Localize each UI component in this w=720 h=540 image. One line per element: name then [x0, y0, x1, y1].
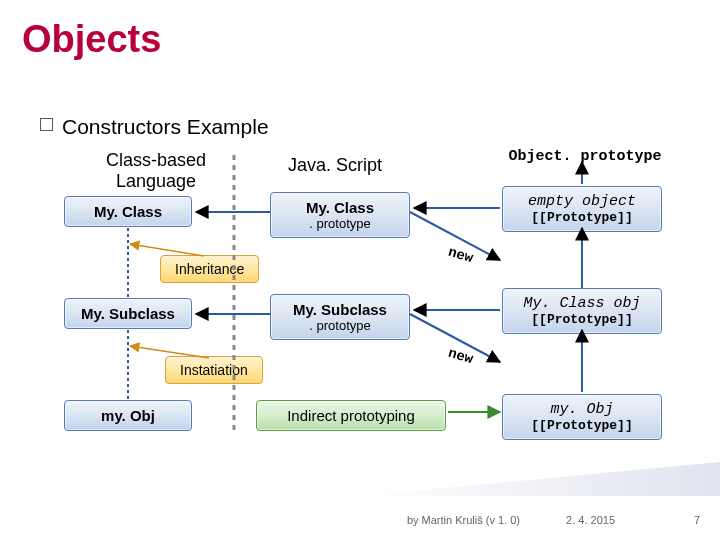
- footer-page: 7: [694, 514, 700, 526]
- box-myobj: my. Obj: [64, 400, 192, 431]
- footer-date: 2. 4. 2015: [566, 514, 615, 526]
- box-myobj-label: my. Obj: [69, 407, 187, 424]
- decorative-wedge: [360, 462, 720, 496]
- box-myclass-obj-l1: My. Class obj: [507, 295, 657, 312]
- box-empty-object-l2: [[Prototype]]: [507, 210, 657, 225]
- box-mysubclass-prototype-l2: . prototype: [275, 318, 405, 333]
- box-myobj-instance-l2: [[Prototype]]: [507, 418, 657, 433]
- box-myclass-label: My. Class: [69, 203, 187, 220]
- box-myclass-prototype-l1: My. Class: [275, 199, 405, 216]
- box-myobj-instance: my. Obj [[Prototype]]: [502, 394, 662, 440]
- box-mysubclass-prototype: My. Subclass . prototype: [270, 294, 410, 340]
- footer-author: by Martin Kruliš (v 1. 0): [407, 514, 520, 526]
- column-heading-class-based: Class-based Language: [86, 150, 226, 192]
- tag-inheritance: Inheritance: [160, 255, 259, 283]
- box-myobj-instance-l1: my. Obj: [507, 401, 657, 418]
- diagram-connectors: [0, 0, 720, 540]
- bullet-icon: [40, 118, 53, 131]
- box-myclass-obj: My. Class obj [[Prototype]]: [502, 288, 662, 334]
- box-empty-object: empty object [[Prototype]]: [502, 186, 662, 232]
- slide-subtitle: Constructors Example: [62, 115, 269, 139]
- box-empty-object-l1: empty object: [507, 193, 657, 210]
- box-mysubclass-label: My. Subclass: [69, 305, 187, 322]
- box-myclass-prototype-l2: . prototype: [275, 216, 405, 231]
- tag-instantiation: Instatiation: [165, 356, 263, 384]
- label-new-1: new: [446, 244, 475, 266]
- box-myclass-prototype: My. Class . prototype: [270, 192, 410, 238]
- box-mysubclass: My. Subclass: [64, 298, 192, 329]
- box-indirect-prototyping: Indirect prototyping: [256, 400, 446, 431]
- slide-title: Objects: [22, 18, 161, 61]
- column-heading-object-prototype: Object. prototype: [490, 148, 680, 165]
- label-new-2: new: [446, 345, 475, 367]
- column-heading-javascript: Java. Script: [265, 155, 405, 176]
- box-myclass-obj-l2: [[Prototype]]: [507, 312, 657, 327]
- box-mysubclass-prototype-l1: My. Subclass: [275, 301, 405, 318]
- box-indirect-label: Indirect prototyping: [261, 407, 441, 424]
- box-myclass: My. Class: [64, 196, 192, 227]
